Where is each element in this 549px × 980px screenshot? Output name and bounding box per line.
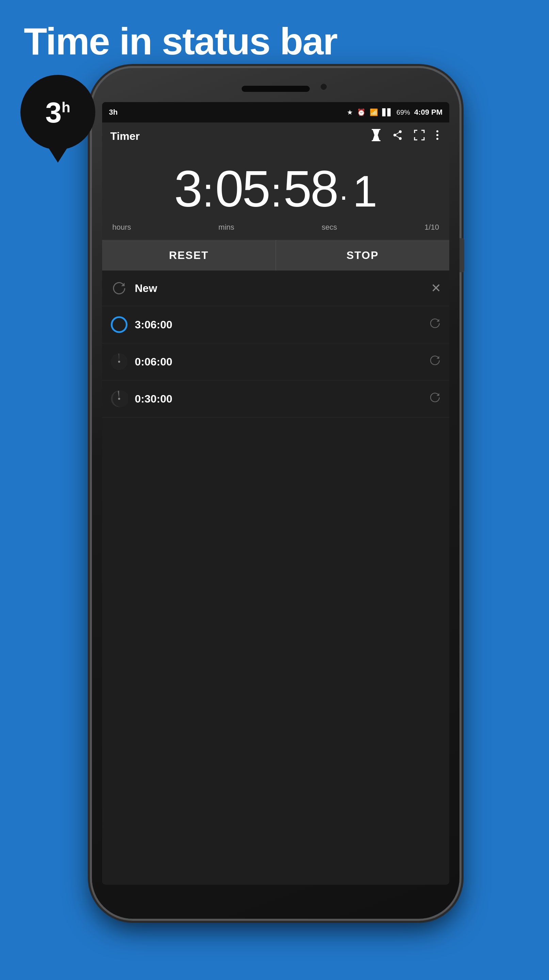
share-icon[interactable] <box>390 127 405 145</box>
overflow-menu-icon[interactable] <box>434 127 441 145</box>
svg-line-7 <box>395 135 400 138</box>
phone-side-button <box>460 238 464 272</box>
battery-indicator: 69% <box>396 108 410 116</box>
svg-rect-2 <box>372 140 380 141</box>
svg-point-8 <box>436 130 438 132</box>
label-secs: secs <box>321 223 337 232</box>
phone-screen: 3h ★ ⏰ 📶 ▋▋ 69% 4:09 PM T <box>102 102 449 885</box>
list-item[interactable]: New ✕ <box>102 270 449 306</box>
svg-point-13 <box>118 361 120 363</box>
timer-sep1: : <box>201 172 215 213</box>
timer-minutes: 05 <box>215 163 269 215</box>
status-bar-time: 4:09 PM <box>414 108 442 117</box>
phone-device: 3h ★ ⏰ 📶 ▋▋ 69% 4:09 PM T <box>92 68 460 919</box>
svg-point-9 <box>436 134 438 136</box>
app-toolbar-title: Timer <box>110 130 362 143</box>
new-timer-label: New <box>135 282 424 295</box>
svg-rect-0 <box>372 129 380 130</box>
timer-list: New ✕ 3:06:00 <box>102 270 449 417</box>
page-title: Time in status bar <box>24 21 337 62</box>
stop-button[interactable]: STOP <box>276 240 450 270</box>
timer-2-reset-icon[interactable] <box>429 354 441 369</box>
svg-point-11 <box>111 317 127 332</box>
timer-pie-icon <box>110 353 128 371</box>
wifi-icon: 📶 <box>370 108 378 116</box>
phone-speaker <box>242 86 310 92</box>
timer-1-label: 3:06:00 <box>135 318 422 331</box>
signal-icon: ▋▋ <box>382 108 392 116</box>
timer-3-label: 0:30:00 <box>135 393 422 405</box>
bubble-time-text: 3h <box>45 98 70 127</box>
timer-seconds: 58 <box>283 163 337 215</box>
svg-marker-1 <box>373 130 379 140</box>
status-bar-left-indicator: 3h <box>109 108 118 117</box>
timer-display: 3 : 05 : 58 · 1 <box>102 150 449 223</box>
timer-3-reset-icon[interactable] <box>429 391 441 406</box>
timer-pie2-icon <box>110 390 128 408</box>
timer-hours: 3 <box>174 163 201 215</box>
timer-dot: · <box>337 181 350 211</box>
list-item[interactable]: 0:06:00 <box>102 343 449 380</box>
app-toolbar: Timer <box>102 123 449 150</box>
timer-labels: hours mins secs 1/10 <box>102 223 449 240</box>
svg-point-10 <box>436 138 438 140</box>
phone-camera <box>320 83 328 91</box>
reset-button[interactable]: RESET <box>102 240 276 270</box>
list-item[interactable]: 3:06:00 <box>102 306 449 343</box>
phone-shell: 3h ★ ⏰ 📶 ▋▋ 69% 4:09 PM T <box>92 68 460 919</box>
timer-fraction: 1 <box>350 169 377 213</box>
control-buttons-row: RESET STOP <box>102 240 449 270</box>
close-new-timer-icon[interactable]: ✕ <box>431 281 441 295</box>
label-frac: 1/10 <box>425 223 439 232</box>
refresh-icon <box>110 279 128 297</box>
alarm-icon: ⏰ <box>357 108 366 116</box>
bluetooth-icon: ★ <box>347 108 353 116</box>
status-bar: 3h ★ ⏰ 📶 ▋▋ 69% 4:09 PM <box>102 102 449 123</box>
label-hours: hours <box>112 223 131 232</box>
timer-sep2: : <box>269 172 283 213</box>
label-mins: mins <box>218 223 234 232</box>
svg-point-15 <box>118 398 120 400</box>
svg-line-6 <box>395 132 400 135</box>
status-bar-right: ★ ⏰ 📶 ▋▋ 69% 4:09 PM <box>347 108 442 117</box>
time-bubble: 3h <box>21 75 95 150</box>
timer-2-label: 0:06:00 <box>135 356 422 368</box>
hourglass-icon[interactable] <box>369 127 383 146</box>
timer-1-reset-icon[interactable] <box>429 317 441 332</box>
list-item[interactable]: 0:30:00 <box>102 380 449 417</box>
timer-circle-icon <box>110 316 128 334</box>
fullscreen-icon[interactable] <box>412 127 427 145</box>
